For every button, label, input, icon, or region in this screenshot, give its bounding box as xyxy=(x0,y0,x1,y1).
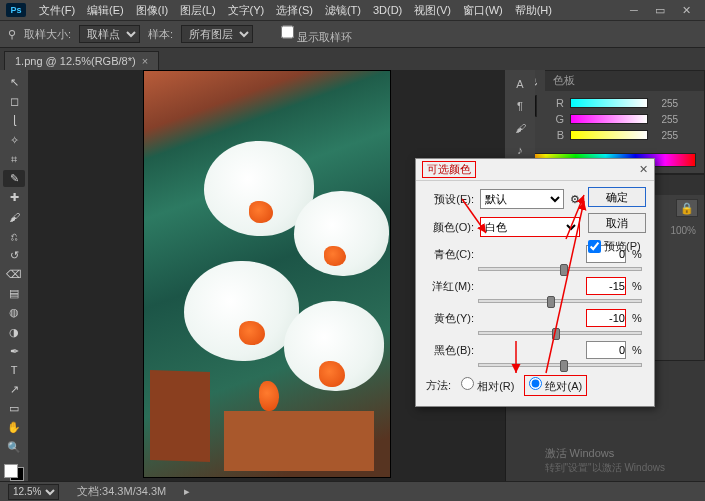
windows-activation-watermark: 激活 Windows 转到"设置"以激活 Windows xyxy=(545,446,665,475)
status-bar: 12.5% 文档:34.3M/34.3M ▸ xyxy=(0,481,705,501)
menu-edit[interactable]: 编辑(E) xyxy=(82,1,129,20)
document-tab-title: 1.png @ 12.5%(RGB/8*) xyxy=(15,55,136,67)
r-slider[interactable] xyxy=(570,98,648,108)
type-tool-icon[interactable]: T xyxy=(3,362,25,379)
method-relative-radio[interactable]: 相对(R) xyxy=(461,377,514,394)
preset-select[interactable]: 默认 xyxy=(480,189,564,209)
black-input[interactable] xyxy=(586,341,626,359)
menu-type[interactable]: 文字(Y) xyxy=(223,1,270,20)
color-label: 颜色(O): xyxy=(426,220,474,235)
black-slider[interactable] xyxy=(478,363,642,367)
window-minimize-icon[interactable]: ─ xyxy=(621,2,647,18)
black-label: 黑色(B): xyxy=(426,343,474,358)
magic-wand-tool-icon[interactable]: ✧ xyxy=(3,132,25,149)
menu-view[interactable]: 视图(V) xyxy=(409,1,456,20)
crop-tool-icon[interactable]: ⌗ xyxy=(3,151,25,168)
document-canvas xyxy=(143,70,391,478)
document-tab-bar: 1.png @ 12.5%(RGB/8*) × xyxy=(0,48,705,70)
dialog-title: 可选颜色 xyxy=(422,161,476,178)
eyedropper-tool-icon[interactable]: ✎ xyxy=(3,170,25,187)
menu-select[interactable]: 选择(S) xyxy=(271,1,318,20)
brush-panel-icon[interactable]: 🖌 xyxy=(511,120,529,136)
dialog-close-icon[interactable]: ✕ xyxy=(639,163,648,176)
yellow-slider[interactable] xyxy=(478,331,642,335)
window-close-icon[interactable]: ✕ xyxy=(673,2,699,18)
cyan-label: 青色(C): xyxy=(426,247,474,262)
magenta-slider[interactable] xyxy=(478,299,642,303)
show-sampling-ring[interactable]: 显示取样环 xyxy=(281,23,352,45)
preset-label: 预设(E): xyxy=(426,192,474,207)
sample-layers-select[interactable]: 所有图层 xyxy=(181,25,253,43)
cancel-button[interactable]: 取消 xyxy=(588,213,646,233)
document-tab[interactable]: 1.png @ 12.5%(RGB/8*) × xyxy=(4,51,159,70)
sample-size-label: 取样大小: xyxy=(24,27,71,42)
docinfo-value: 34.3M/34.3M xyxy=(102,485,166,497)
path-select-tool-icon[interactable]: ↗ xyxy=(3,381,25,398)
menu-bar: Ps 文件(F) 编辑(E) 图像(I) 图层(L) 文字(Y) 选择(S) 滤… xyxy=(0,0,705,20)
close-icon[interactable]: × xyxy=(142,55,148,67)
watermark-line1: 激活 Windows xyxy=(545,446,665,461)
paragraph-panel-icon[interactable]: ¶ xyxy=(511,98,529,114)
shape-tool-icon[interactable]: ▭ xyxy=(3,400,25,417)
tools-panel: ↖ ◻ ɭ ✧ ⌗ ✎ ✚ 🖌 ⎌ ↺ ⌫ ▤ ◍ ◑ ✒ T ↗ ▭ ✋ 🔍 xyxy=(0,70,28,481)
magenta-input[interactable] xyxy=(586,277,626,295)
status-flyout-icon[interactable]: ▸ xyxy=(184,485,190,498)
lasso-tool-icon[interactable]: ɭ xyxy=(3,112,25,129)
lock-layer-icon[interactable]: 🔒 xyxy=(676,199,698,217)
dodge-tool-icon[interactable]: ◑ xyxy=(3,323,25,340)
fg-bg-swatch[interactable] xyxy=(4,464,24,481)
yellow-label: 黄色(Y): xyxy=(426,311,474,326)
menu-layer[interactable]: 图层(L) xyxy=(175,1,220,20)
menu-filter[interactable]: 滤镜(T) xyxy=(320,1,366,20)
method-label: 方法: xyxy=(426,378,451,393)
history-brush-tool-icon[interactable]: ↺ xyxy=(3,247,25,264)
b-slider[interactable] xyxy=(570,130,648,140)
g-slider[interactable] xyxy=(570,114,648,124)
method-absolute-radio[interactable]: 绝对(A) xyxy=(529,377,582,394)
pen-tool-icon[interactable]: ✒ xyxy=(3,343,25,360)
dialog-titlebar[interactable]: 可选颜色 ✕ xyxy=(416,159,654,181)
preview-checkbox[interactable]: 预览(P) xyxy=(588,239,646,254)
ok-button[interactable]: 确定 xyxy=(588,187,646,207)
cyan-slider[interactable] xyxy=(478,267,642,271)
zoom-level[interactable]: 12.5% xyxy=(8,484,59,500)
window-restore-icon[interactable]: ▭ xyxy=(647,2,673,18)
app-logo: Ps xyxy=(6,3,26,17)
menu-image[interactable]: 图像(I) xyxy=(131,1,173,20)
tab-swatches[interactable]: 色板 xyxy=(545,70,583,91)
sample-label: 样本: xyxy=(148,27,173,42)
color-select[interactable]: 白色 xyxy=(480,217,580,237)
options-bar: ⚲ 取样大小: 取样点 样本: 所有图层 显示取样环 xyxy=(0,20,705,48)
eraser-tool-icon[interactable]: ⌫ xyxy=(3,266,25,283)
gradient-tool-icon[interactable]: ▤ xyxy=(3,285,25,302)
menu-3d[interactable]: 3D(D) xyxy=(368,2,407,18)
menu-help[interactable]: 帮助(H) xyxy=(510,1,557,20)
docinfo-label: 文档: xyxy=(77,485,102,497)
character-panel-icon[interactable]: A xyxy=(511,76,529,92)
move-tool-icon[interactable]: ↖ xyxy=(3,74,25,91)
g-value[interactable]: 255 xyxy=(654,114,678,125)
watermark-line2: 转到"设置"以激活 Windows xyxy=(545,461,665,475)
r-value[interactable]: 255 xyxy=(654,98,678,109)
b-value[interactable]: 255 xyxy=(654,130,678,141)
healing-tool-icon[interactable]: ✚ xyxy=(3,189,25,206)
menu-window[interactable]: 窗口(W) xyxy=(458,1,508,20)
b-label: B xyxy=(554,129,564,141)
g-label: G xyxy=(554,113,564,125)
magenta-label: 洋红(M): xyxy=(426,279,474,294)
hand-tool-icon[interactable]: ✋ xyxy=(3,419,25,436)
zoom-tool-icon[interactable]: 🔍 xyxy=(3,439,25,456)
preset-menu-icon[interactable]: ⚙ xyxy=(570,193,580,206)
stamp-tool-icon[interactable]: ⎌ xyxy=(3,228,25,245)
selective-color-dialog: 可选颜色 ✕ 确定 取消 预览(P) 预设(E): 默认 ⚙ 颜色(O): 白色… xyxy=(415,158,655,407)
yellow-input[interactable] xyxy=(586,309,626,327)
eyedropper-tool-icon: ⚲ xyxy=(8,28,16,41)
clone-panel-icon[interactable]: ♪ xyxy=(511,142,529,158)
menu-file[interactable]: 文件(F) xyxy=(34,1,80,20)
marquee-tool-icon[interactable]: ◻ xyxy=(3,93,25,110)
sample-size-select[interactable]: 取样点 xyxy=(79,25,140,43)
brush-tool-icon[interactable]: 🖌 xyxy=(3,208,25,225)
blur-tool-icon[interactable]: ◍ xyxy=(3,304,25,321)
r-label: R xyxy=(554,97,564,109)
